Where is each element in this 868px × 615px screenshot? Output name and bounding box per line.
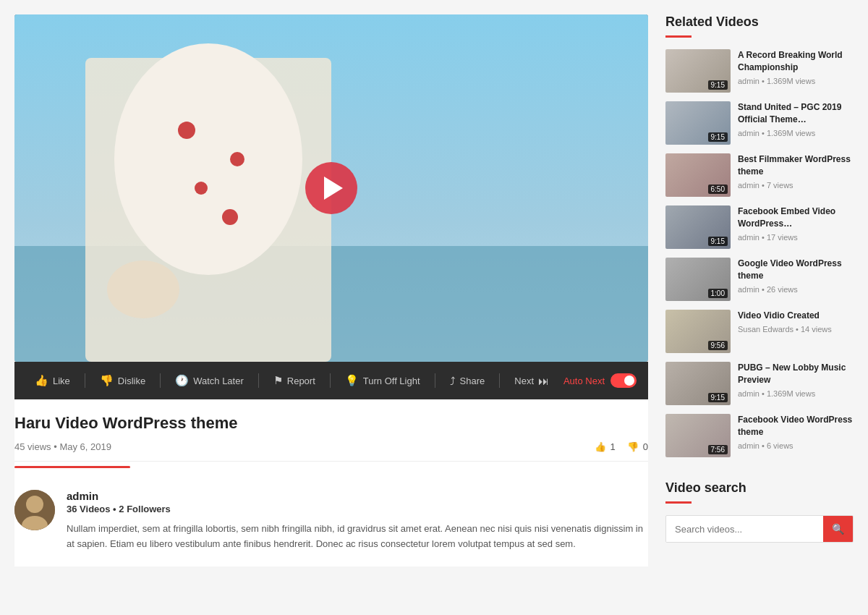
- related-video-meta: admin • 17 views: [738, 233, 854, 242]
- video-title: Haru Video WordPress theme: [14, 414, 648, 433]
- related-item[interactable]: 7:56 Facebook Video WordPress theme admi…: [665, 414, 854, 457]
- svg-point-5: [230, 152, 244, 166]
- video-info: Haru Video WordPress theme 45 views • Ma…: [14, 399, 648, 475]
- thumbs-down-small-icon: 👎: [627, 441, 639, 452]
- related-item[interactable]: 9:56 Video Vidio Created Susan Edwards •…: [665, 310, 854, 353]
- related-info: Stand United – PGC 2019 Official Theme… …: [738, 101, 854, 145]
- separator-2: [160, 373, 161, 388]
- related-thumbnail: 9:15: [665, 205, 731, 249]
- related-video-meta: admin • 26 views: [738, 285, 854, 294]
- turn-off-light-button[interactable]: 💡 Turn Off Light: [336, 368, 429, 393]
- watch-later-button[interactable]: 🕐 Watch Later: [166, 368, 252, 393]
- separator-6: [499, 373, 500, 388]
- video-meta-row: 45 views • May 6, 2019 👍 1 👎 0: [14, 441, 648, 462]
- svg-point-4: [178, 122, 195, 139]
- video-duration: 9:56: [708, 341, 728, 350]
- related-video-title: Video Vidio Created: [738, 310, 854, 322]
- search-underline: [665, 501, 692, 504]
- related-item[interactable]: 9:15 Stand United – PGC 2019 Official Th…: [665, 101, 854, 145]
- light-icon: 💡: [345, 374, 359, 387]
- related-info: Google Video WordPress theme admin • 26 …: [738, 258, 854, 301]
- video-duration: 9:15: [708, 393, 728, 402]
- video-duration: 9:15: [708, 237, 728, 246]
- next-icon: ⏭: [538, 375, 549, 387]
- thumbs-up-icon: 👍: [35, 374, 48, 387]
- thumbs-up-small-icon: 👍: [595, 441, 606, 452]
- related-info: Best Filmmaker WordPress theme admin • 7…: [738, 153, 854, 197]
- video-duration: 9:15: [708, 80, 728, 90]
- author-info: admin 36 Videos • 2 Followers Nullam imp…: [67, 490, 648, 552]
- related-video-meta: Susan Edwards • 14 views: [738, 325, 854, 334]
- related-video-title: Facebook Video WordPress theme: [738, 414, 854, 438]
- related-info: PUBG – New Lobby Music Preview admin • 1…: [738, 362, 854, 405]
- related-thumbnail: 6:50: [665, 153, 731, 197]
- author-section: admin 36 Videos • 2 Followers Nullam imp…: [14, 475, 648, 567]
- author-description: Nullam imperdiet, sem at fringilla lobor…: [67, 522, 648, 552]
- next-button[interactable]: Next ⏭: [506, 369, 558, 393]
- related-thumbnail: 7:56: [665, 414, 731, 457]
- dislike-count: 👎 0: [627, 441, 648, 452]
- related-video-title: PUBG – New Lobby Music Preview: [738, 362, 854, 386]
- related-thumbnail: 9:15: [665, 362, 731, 405]
- share-icon: ⤴: [450, 375, 456, 387]
- related-video-title: Stand United – PGC 2019 Official Theme…: [738, 101, 854, 126]
- video-duration: 9:15: [708, 132, 728, 142]
- report-button[interactable]: ⚑ Report: [265, 368, 324, 393]
- related-info: Facebook Embed Video WordPress… admin • …: [738, 205, 854, 249]
- author-name[interactable]: admin: [67, 490, 648, 502]
- auto-next-switch[interactable]: [610, 373, 637, 388]
- related-video-meta: admin • 1.369M views: [738, 129, 854, 137]
- related-info: Video Vidio Created Susan Edwards • 14 v…: [738, 310, 854, 353]
- related-thumbnail: 9:15: [665, 49, 731, 93]
- avatar-image: [14, 490, 55, 530]
- search-box: 🔍: [665, 515, 854, 543]
- share-button[interactable]: ⤴ Share: [441, 369, 494, 393]
- svg-point-7: [222, 209, 238, 225]
- related-item[interactable]: 6:50 Best Filmmaker WordPress theme admi…: [665, 153, 854, 197]
- related-item[interactable]: 9:15 A Record Breaking World Championshi…: [665, 49, 854, 93]
- video-duration: 6:50: [708, 184, 728, 194]
- related-item[interactable]: 9:15 Facebook Embed Video WordPress… adm…: [665, 205, 854, 249]
- related-info: Facebook Video WordPress theme admin • 6…: [738, 414, 854, 457]
- svg-point-10: [26, 496, 43, 513]
- search-button[interactable]: 🔍: [823, 516, 853, 542]
- separator-5: [435, 373, 435, 388]
- related-thumbnail: 9:15: [665, 101, 731, 145]
- related-item[interactable]: 9:15 PUBG – New Lobby Music Preview admi…: [665, 362, 854, 405]
- video-thumbnail: [14, 14, 648, 362]
- related-video-meta: admin • 1.369M views: [738, 389, 854, 398]
- search-icon: 🔍: [832, 523, 844, 535]
- like-button[interactable]: 👍 Like: [26, 368, 79, 393]
- related-video-meta: admin • 7 views: [738, 181, 854, 190]
- main-content: 👍 Like 👎 Dislike 🕐 Watch Later ⚑ Report …: [14, 14, 648, 567]
- auto-next-toggle: Auto Next: [563, 373, 637, 388]
- dislike-button[interactable]: 👎 Dislike: [91, 368, 154, 393]
- video-duration: 7:56: [708, 445, 728, 454]
- related-video-meta: admin • 1.369M views: [738, 77, 854, 85]
- separator-4: [330, 373, 331, 388]
- separator: [85, 373, 85, 388]
- vote-fill: [14, 466, 130, 468]
- play-button[interactable]: [305, 162, 357, 214]
- clock-icon: 🕐: [175, 374, 189, 387]
- separator-3: [258, 373, 259, 388]
- action-bar: 👍 Like 👎 Dislike 🕐 Watch Later ⚑ Report …: [14, 362, 648, 399]
- video-player: [14, 14, 648, 362]
- svg-point-8: [107, 260, 179, 318]
- related-list: 9:15 A Record Breaking World Championshi…: [665, 49, 854, 457]
- related-underline: [665, 35, 692, 38]
- video-views-date: 45 views • May 6, 2019: [14, 441, 111, 452]
- vote-bar: [14, 466, 130, 468]
- related-videos-heading: Related Videos: [665, 14, 854, 30]
- avatar[interactable]: [14, 490, 55, 530]
- related-thumbnail: 1:00: [665, 258, 731, 301]
- search-input[interactable]: [666, 517, 823, 542]
- related-item[interactable]: 1:00 Google Video WordPress theme admin …: [665, 258, 854, 301]
- sidebar: Related Videos 9:15 A Record Breaking Wo…: [665, 14, 854, 567]
- related-video-title: Best Filmmaker WordPress theme: [738, 153, 854, 178]
- related-info: A Record Breaking World Championship adm…: [738, 49, 854, 93]
- video-votes: 👍 1 👎 0: [595, 441, 648, 452]
- thumbs-down-icon: 👎: [100, 374, 114, 387]
- video-search-heading: Video search: [665, 480, 854, 496]
- author-stats: 36 Videos • 2 Followers: [67, 504, 648, 514]
